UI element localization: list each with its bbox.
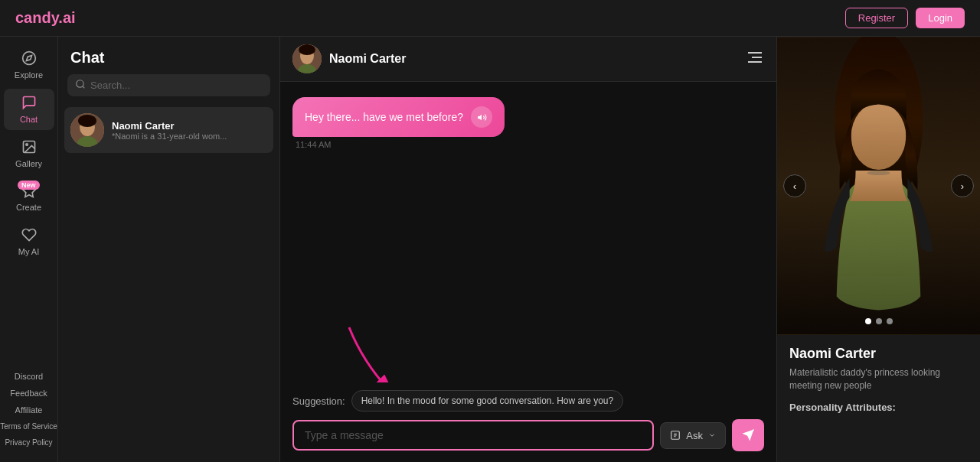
main-chat: Naomi Carter Hey there... have we met be…: [280, 37, 776, 462]
svg-point-25: [851, 102, 906, 170]
profile-image-area: ‹ ›: [777, 37, 980, 335]
chat-panel: Chat: [58, 37, 280, 462]
logo-candy: candy: [15, 9, 58, 26]
svg-point-14: [299, 44, 315, 55]
message-item: Hey there... have we met before? 11:44 A…: [292, 97, 576, 149]
chat-header: Naomi Carter: [280, 37, 776, 82]
chat-item-preview: *Naomi is a 31-year-old wom...: [112, 132, 267, 141]
carousel-dots: [865, 318, 893, 324]
sidebar-item-gallery[interactable]: Gallery: [4, 133, 54, 174]
register-button[interactable]: Register: [845, 8, 908, 28]
profile-description: Materialistic daddy's princess looking m…: [789, 366, 968, 392]
carousel-next-button[interactable]: ›: [951, 174, 974, 197]
chat-avatar-naomi: [70, 113, 104, 147]
svg-marker-1: [26, 55, 31, 60]
sidebar-item-create[interactable]: New Create: [4, 177, 54, 218]
svg-marker-18: [478, 114, 482, 120]
message-input-wrap: [292, 420, 654, 451]
message-input[interactable]: [294, 421, 652, 449]
sidebar-feedback-link[interactable]: Feedback: [5, 386, 51, 401]
ask-label: Ask: [686, 430, 703, 441]
login-button[interactable]: Login: [916, 8, 965, 28]
sidebar-item-gallery-label: Gallery: [15, 159, 42, 168]
sidebar-discord-link[interactable]: Discord: [10, 369, 47, 384]
sidebar-item-chat[interactable]: Chat: [4, 89, 54, 130]
avatar-image: [70, 113, 104, 147]
messages-area: Hey there... have we met before? 11:44 A…: [280, 82, 776, 382]
sidebar: Explore Chat Gallery: [0, 37, 58, 462]
chat-info: Naomi Carter *Naomi is a 31-year-old wom…: [112, 120, 267, 141]
sidebar-item-my-ai-label: My AI: [18, 247, 40, 256]
profile-name: Naomi Carter: [789, 346, 968, 362]
chat-header-name: Naomi Carter: [329, 52, 406, 66]
sidebar-item-explore[interactable]: Explore: [4, 44, 54, 86]
message-text: Hey there... have we met before?: [305, 111, 463, 123]
my-ai-icon: [21, 227, 37, 245]
suggestion-label: Suggestion:: [292, 395, 345, 407]
svg-point-0: [22, 52, 35, 65]
svg-line-6: [83, 86, 85, 89]
sidebar-item-explore-label: Explore: [15, 70, 43, 80]
svg-point-26: [867, 171, 890, 175]
chat-item-name: Naomi Carter: [112, 120, 267, 132]
topnav-actions: Register Login: [845, 8, 965, 28]
personality-label: Personality Attributes:: [789, 402, 968, 413]
ask-button[interactable]: Ask: [660, 422, 726, 449]
profile-info: Naomi Carter Materialistic daddy's princ…: [777, 335, 980, 421]
sidebar-bottom: Discord Feedback Affiliate Terms of Serv…: [0, 369, 62, 454]
main-layout: Explore Chat Gallery: [0, 37, 980, 462]
search-icon: [75, 79, 86, 92]
carousel-dot-2: [876, 318, 882, 324]
svg-point-5: [77, 80, 83, 87]
suggestion-row: Suggestion: Hello! In the mood for some …: [292, 390, 764, 412]
message-bubble: Hey there... have we met before?: [292, 97, 505, 137]
right-panel: ‹ › Naomi Carter Materialistic daddy's p…: [776, 37, 980, 462]
sidebar-privacy-link[interactable]: Privacy Policy: [0, 435, 57, 450]
topnav: candy.ai Register Login: [0, 0, 980, 37]
carousel-dot-1: [865, 318, 871, 324]
logo: candy.ai: [15, 9, 76, 27]
chat-header-avatar: [292, 44, 322, 73]
sidebar-tos-link[interactable]: Terms of Service: [0, 419, 62, 434]
message-input-row: Ask: [292, 419, 764, 451]
sidebar-top: Explore Chat Gallery: [4, 44, 54, 369]
svg-point-3: [25, 144, 28, 146]
chat-header-left: Naomi Carter: [292, 44, 406, 73]
search-wrap: [58, 74, 279, 104]
svg-marker-22: [743, 430, 754, 441]
logo-ai: ai: [63, 9, 76, 26]
chat-item-naomi[interactable]: Naomi Carter *Naomi is a 31-year-old wom…: [64, 107, 273, 153]
menu-icon[interactable]: [746, 50, 764, 68]
gallery-icon: [21, 139, 37, 157]
profile-bg: [777, 37, 980, 335]
chat-panel-title: Chat: [58, 37, 279, 74]
input-area: Suggestion: Hello! In the mood for some …: [280, 382, 776, 462]
new-badge: New: [18, 181, 40, 190]
sidebar-item-create-label: Create: [16, 203, 41, 212]
create-icon-wrap: New: [21, 184, 37, 200]
search-input[interactable]: [90, 80, 263, 91]
chat-list: Naomi Carter *Naomi is a 31-year-old wom…: [58, 104, 279, 462]
message-time: 11:44 AM: [292, 140, 331, 149]
sidebar-item-my-ai[interactable]: My AI: [4, 221, 54, 262]
suggestion-chip[interactable]: Hello! In the mood for some good convers…: [351, 390, 624, 412]
speaker-button[interactable]: [471, 106, 492, 128]
explore-icon: [21, 50, 37, 68]
svg-point-10: [78, 115, 96, 127]
sidebar-affiliate-link[interactable]: Affiliate: [11, 402, 47, 418]
send-button[interactable]: [732, 419, 764, 451]
chat-icon: [21, 95, 37, 112]
sidebar-item-chat-label: Chat: [20, 115, 38, 124]
carousel-prev-button[interactable]: ‹: [783, 174, 806, 197]
carousel-dot-3: [887, 318, 893, 324]
search-input-wrap: [67, 74, 270, 96]
